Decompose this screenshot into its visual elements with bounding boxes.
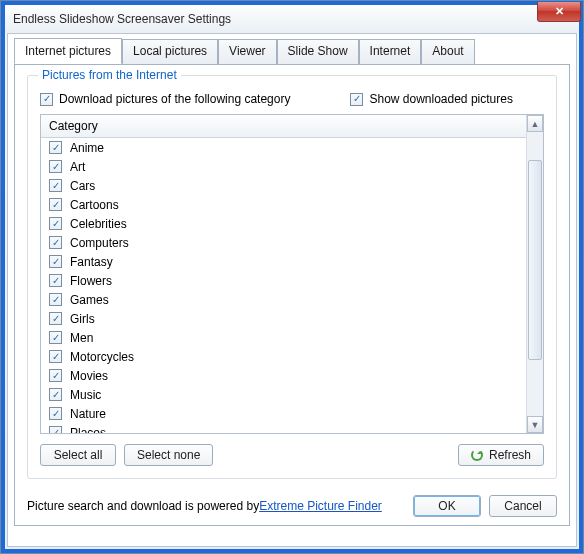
category-label: Music [70,388,101,402]
checkbox-icon: ✓ [49,369,62,382]
tab-about[interactable]: About [421,39,474,65]
pictures-from-internet-group: Pictures from the Internet ✓ Download pi… [27,75,557,479]
category-label: Anime [70,141,104,155]
category-item[interactable]: ✓Fantasy [41,252,526,271]
checkbox-icon: ✓ [49,141,62,154]
select-all-button[interactable]: Select all [40,444,116,466]
checkbox-icon: ✓ [40,93,53,106]
checkbox-icon: ✓ [49,388,62,401]
checkbox-icon: ✓ [49,312,62,325]
show-downloaded-checkbox[interactable]: ✓ Show downloaded pictures [350,92,512,106]
category-label: Computers [70,236,129,250]
tab-viewer[interactable]: Viewer [218,39,276,65]
checkbox-icon: ✓ [49,179,62,192]
category-item[interactable]: ✓Men [41,328,526,347]
checkbox-icon: ✓ [49,198,62,211]
category-label: Cars [70,179,95,193]
category-label: Fantasy [70,255,113,269]
refresh-button[interactable]: Refresh [458,444,544,466]
category-label: Flowers [70,274,112,288]
tab-slide-show[interactable]: Slide Show [277,39,359,65]
category-label: Places [70,426,106,434]
checkbox-icon: ✓ [49,350,62,363]
checkbox-icon: ✓ [350,93,363,106]
category-item[interactable]: ✓Celebrities [41,214,526,233]
category-list: Category ✓Anime✓Art✓Cars✓Cartoons✓Celebr… [40,114,544,434]
category-item[interactable]: ✓Nature [41,404,526,423]
category-item[interactable]: ✓Flowers [41,271,526,290]
checkbox-icon: ✓ [49,407,62,420]
category-item[interactable]: ✓Cars [41,176,526,195]
refresh-icon [471,449,483,461]
category-label: Cartoons [70,198,119,212]
category-label: Art [70,160,85,174]
checkbox-icon: ✓ [49,293,62,306]
checkbox-icon: ✓ [49,274,62,287]
footer-text: Picture search and download is powered b… [27,499,259,513]
category-label: Nature [70,407,106,421]
tab-internet[interactable]: Internet [359,39,422,65]
select-none-button[interactable]: Select none [124,444,213,466]
extreme-picture-finder-link[interactable]: Extreme Picture Finder [259,499,382,513]
category-item[interactable]: ✓Girls [41,309,526,328]
cancel-button[interactable]: Cancel [489,495,557,517]
settings-window: Endless Slideshow Screensaver Settings ✕… [0,0,584,554]
checkbox-icon: ✓ [49,160,62,173]
ok-button[interactable]: OK [413,495,481,517]
download-category-label: Download pictures of the following categ… [59,92,290,106]
category-label: Celebrities [70,217,127,231]
checkbox-icon: ✓ [49,217,62,230]
scroll-down-arrow-icon[interactable]: ▼ [527,416,543,433]
show-downloaded-label: Show downloaded pictures [369,92,512,106]
checkbox-icon: ✓ [49,236,62,249]
tab-strip: Internet picturesLocal picturesViewerSli… [8,34,576,64]
category-scrollbar[interactable]: ▲ ▼ [526,115,543,433]
category-column-header[interactable]: Category [41,115,526,138]
category-item[interactable]: ✓Movies [41,366,526,385]
close-button[interactable]: ✕ [537,2,581,22]
tab-panel-internet-pictures: Pictures from the Internet ✓ Download pi… [14,64,570,526]
window-title: Endless Slideshow Screensaver Settings [13,12,231,26]
checkbox-icon: ✓ [49,426,62,433]
category-label: Girls [70,312,95,326]
category-item[interactable]: ✓Computers [41,233,526,252]
checkbox-icon: ✓ [49,331,62,344]
category-item[interactable]: ✓Art [41,157,526,176]
titlebar: Endless Slideshow Screensaver Settings ✕ [5,5,579,33]
category-item[interactable]: ✓Cartoons [41,195,526,214]
category-item[interactable]: ✓Music [41,385,526,404]
group-legend: Pictures from the Internet [38,68,181,82]
scroll-track[interactable] [527,132,543,416]
category-label: Games [70,293,109,307]
category-label: Motorcycles [70,350,134,364]
dialog-footer: Picture search and download is powered b… [27,495,557,517]
download-category-checkbox[interactable]: ✓ Download pictures of the following cat… [40,92,290,106]
scroll-thumb[interactable] [528,160,542,360]
close-icon: ✕ [555,5,564,18]
category-item[interactable]: ✓Motorcycles [41,347,526,366]
scroll-up-arrow-icon[interactable]: ▲ [527,115,543,132]
category-item[interactable]: ✓Games [41,290,526,309]
client-area: Internet picturesLocal picturesViewerSli… [7,33,577,547]
category-item[interactable]: ✓Places [41,423,526,433]
tab-internet-pictures[interactable]: Internet pictures [14,38,122,64]
refresh-button-label: Refresh [489,448,531,462]
category-label: Men [70,331,93,345]
category-item[interactable]: ✓Anime [41,138,526,157]
category-label: Movies [70,369,108,383]
tab-local-pictures[interactable]: Local pictures [122,39,218,65]
checkbox-icon: ✓ [49,255,62,268]
